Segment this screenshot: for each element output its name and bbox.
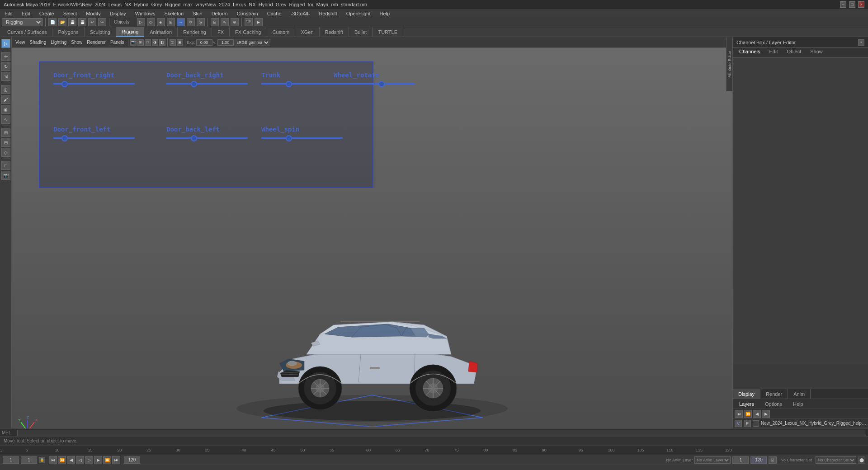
hud-door-front-right-slider[interactable] bbox=[53, 83, 135, 85]
render-icon[interactable]: 🎬 bbox=[245, 18, 253, 26]
next-key-btn[interactable]: ▶ bbox=[94, 456, 102, 464]
tab-turtle[interactable]: TURTLE bbox=[373, 27, 403, 37]
layer-v-helpers[interactable]: V bbox=[735, 420, 742, 427]
rotate-icon[interactable]: ↻ bbox=[187, 18, 195, 26]
hud-wheel-spin-slider[interactable] bbox=[261, 137, 343, 139]
menu-3dtoall[interactable]: -3DtoAll- bbox=[289, 11, 312, 16]
hud-wheel-spin-handle[interactable] bbox=[286, 135, 292, 141]
select-tool-icon[interactable]: ▷ bbox=[137, 18, 145, 26]
cb-tab-object[interactable]: Object bbox=[782, 48, 806, 57]
viewport-menu-renderer[interactable]: Renderer bbox=[85, 40, 108, 45]
menu-modify[interactable]: Modify bbox=[84, 11, 102, 16]
gamma-profile-select[interactable]: sRGB gamma bbox=[235, 39, 270, 46]
scale-tool-btn[interactable]: ⇲ bbox=[1, 72, 10, 81]
layer-nav-1[interactable]: ⏮ bbox=[735, 410, 743, 418]
mode-dropdown[interactable]: Rigging Animation Modeling Rendering bbox=[2, 18, 42, 26]
rp-close-btn[interactable]: × bbox=[858, 39, 864, 46]
viewport-menu-panels[interactable]: Panels bbox=[108, 40, 126, 45]
move-tool-btn[interactable]: ✛ bbox=[1, 52, 10, 61]
prev-frame-btn[interactable]: ⏪ bbox=[58, 456, 66, 464]
render-region-btn[interactable]: □ bbox=[1, 161, 10, 170]
play-fwd-btn[interactable]: ▷ bbox=[85, 456, 93, 464]
move-icon[interactable]: ↔ bbox=[177, 18, 185, 26]
menu-create[interactable]: Create bbox=[38, 11, 56, 16]
snap-btn[interactable]: ⊞ bbox=[1, 128, 10, 137]
hud-door-back-right-handle[interactable] bbox=[191, 81, 197, 87]
cb-tab-edit[interactable]: Edit bbox=[764, 48, 782, 57]
playback-start-input[interactable] bbox=[732, 456, 749, 464]
hud-door-back-left-slider[interactable] bbox=[166, 137, 248, 139]
tab-rendering[interactable]: Rendering bbox=[178, 27, 212, 37]
hud-door-back-left-handle[interactable] bbox=[191, 135, 197, 141]
snap-to-grid-icon[interactable]: ⊟ bbox=[211, 18, 219, 26]
restore-button[interactable]: □ bbox=[849, 1, 855, 8]
jump-start-btn[interactable]: ⏮ bbox=[49, 456, 57, 464]
menu-deform[interactable]: Deform bbox=[210, 11, 230, 16]
tab-curves-surfaces[interactable]: Curves / Surfaces bbox=[2, 27, 52, 37]
hud-door-back-right-slider[interactable] bbox=[166, 83, 248, 85]
prev-key-btn[interactable]: ◀ bbox=[67, 456, 75, 464]
ipr-render-icon[interactable]: ▶ bbox=[255, 18, 263, 26]
frame-start-input[interactable] bbox=[3, 456, 19, 464]
menu-file[interactable]: File bbox=[3, 11, 14, 16]
anim-layer-select[interactable]: No Anim Layer bbox=[694, 456, 731, 464]
sculpt-btn[interactable]: ◉ bbox=[1, 105, 10, 114]
vp-smooth-icon[interactable]: ◑ bbox=[152, 39, 158, 46]
timeline-ruler[interactable]: 1 5 10 15 20 25 30 35 40 45 50 55 60 65 … bbox=[0, 445, 868, 455]
layer-tab-render[interactable]: Render bbox=[760, 389, 788, 399]
tab-bullet[interactable]: Bullet bbox=[349, 27, 373, 37]
redo-icon[interactable]: ↪ bbox=[98, 18, 106, 26]
snap-point-icon[interactable]: ⊕ bbox=[231, 18, 239, 26]
menu-help[interactable]: Help bbox=[378, 11, 392, 16]
tab-rigging[interactable]: Rigging bbox=[116, 27, 144, 37]
jump-end-btn[interactable]: ⏭ bbox=[112, 456, 120, 464]
menu-openflight[interactable]: OpenFlight bbox=[344, 11, 373, 16]
hud-wheel-rotate-handle[interactable] bbox=[378, 81, 385, 87]
scale-icon[interactable]: ⇲ bbox=[197, 18, 205, 26]
tab-fx-caching[interactable]: FX Caching bbox=[230, 27, 267, 37]
playback-end-input[interactable] bbox=[750, 456, 767, 464]
hud-door-front-right-handle[interactable] bbox=[61, 81, 68, 87]
mel-input[interactable] bbox=[17, 430, 866, 436]
layer-opt-options[interactable]: Options bbox=[760, 400, 787, 408]
save-file-icon[interactable]: 💾 bbox=[68, 18, 76, 26]
cb-tab-show[interactable]: Show bbox=[806, 48, 827, 57]
menu-display[interactable]: Display bbox=[108, 11, 128, 16]
curve-btn[interactable]: ∿ bbox=[1, 115, 10, 124]
viewport-menu-shading[interactable]: Shading bbox=[28, 40, 48, 45]
next-frame-btn[interactable]: ⏩ bbox=[103, 456, 111, 464]
vp-grid-icon[interactable]: ⊞ bbox=[137, 39, 144, 46]
tab-custom[interactable]: Custom bbox=[267, 27, 296, 37]
hud-trunk-slider[interactable] bbox=[261, 83, 343, 85]
vp-resolution-icon[interactable]: ▣ bbox=[177, 39, 183, 46]
menu-windows[interactable]: Windows bbox=[133, 11, 157, 16]
layer-p-helpers[interactable]: P bbox=[744, 420, 751, 427]
hud-wheel-rotate-slider[interactable] bbox=[334, 83, 415, 85]
tab-redshift[interactable]: Redshift bbox=[320, 27, 349, 37]
layer-opt-layers[interactable]: Layers bbox=[735, 400, 759, 408]
menu-redshift[interactable]: Redshift bbox=[317, 11, 339, 16]
rotate-tool-btn[interactable]: ↻ bbox=[1, 62, 10, 71]
layer-nav-2[interactable]: ⏪ bbox=[744, 410, 752, 418]
grid-btn[interactable]: ⊟ bbox=[1, 138, 10, 147]
menu-skeleton[interactable]: Skeleton bbox=[162, 11, 185, 16]
vp-camera-icon[interactable]: 📷 bbox=[130, 39, 137, 46]
vp-texture-icon[interactable]: ◧ bbox=[159, 39, 165, 46]
viewport-menu-view[interactable]: View bbox=[14, 40, 27, 45]
menu-constrain[interactable]: Constrain bbox=[235, 11, 260, 16]
menu-cache[interactable]: Cache bbox=[265, 11, 283, 16]
menu-skin[interactable]: Skin bbox=[191, 11, 204, 16]
soft-select-btn[interactable]: ◎ bbox=[1, 85, 10, 94]
viewport-menu-show[interactable]: Show bbox=[69, 40, 84, 45]
viewport-menu-lighting[interactable]: Lighting bbox=[49, 40, 68, 45]
exposure-input[interactable] bbox=[196, 39, 212, 46]
tab-animation[interactable]: Animation bbox=[144, 27, 178, 37]
attribute-editor-tab[interactable]: Attribute Editor bbox=[726, 37, 732, 91]
open-file-icon[interactable]: 📂 bbox=[58, 18, 66, 26]
vp-isolate-icon[interactable]: ◎ bbox=[170, 39, 176, 46]
close-button[interactable]: × bbox=[858, 1, 864, 8]
menu-edit[interactable]: Edit bbox=[20, 11, 32, 16]
hud-door-front-left-handle[interactable] bbox=[61, 135, 68, 141]
current-frame-input[interactable] bbox=[21, 456, 37, 464]
tab-polygons[interactable]: Polygons bbox=[52, 27, 84, 37]
